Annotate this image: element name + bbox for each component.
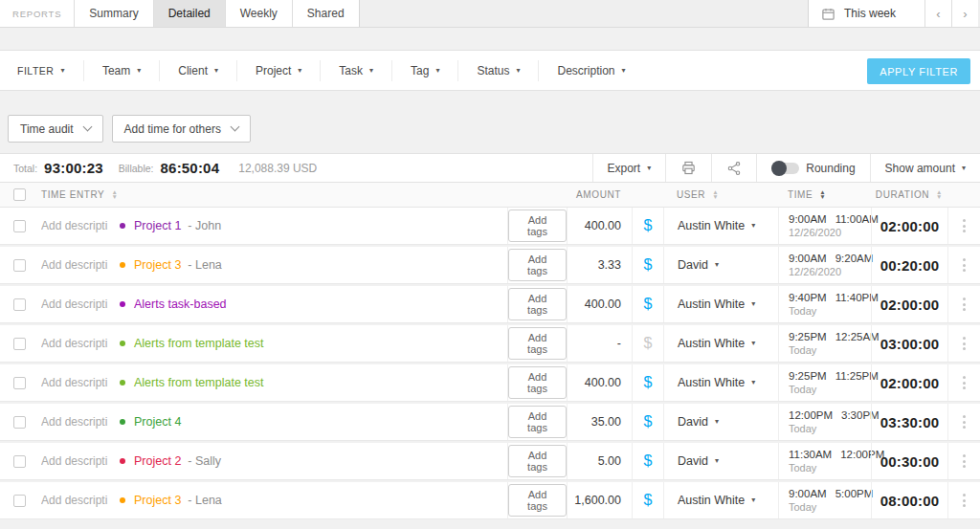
add-description-field[interactable]: Add descripti... — [41, 454, 108, 468]
filter-description[interactable]: Description ▾ — [538, 60, 643, 81]
tab-weekly[interactable]: Weekly — [226, 0, 293, 27]
tab-detailed[interactable]: Detailed — [154, 0, 226, 27]
project-cell[interactable]: Project 3 - Lena — [120, 494, 222, 507]
user-select[interactable]: Austin White ▾ — [678, 494, 755, 507]
print-button[interactable] — [665, 154, 711, 182]
time-cell[interactable]: 9:00AM 5:00PM Today — [789, 488, 873, 513]
project-cell[interactable]: Project 4 — [120, 415, 188, 429]
user-select[interactable]: David ▾ — [678, 258, 719, 272]
time-cell[interactable]: 9:25PM 12:25AM Today — [789, 331, 880, 356]
add-tags-button[interactable]: Add tags — [508, 327, 567, 360]
add-tags-button[interactable]: Add tags — [508, 406, 567, 438]
next-week-button[interactable]: › — [951, 0, 978, 27]
add-description-field[interactable]: Add descripti... — [41, 415, 108, 429]
row-checkbox[interactable] — [13, 455, 26, 468]
filter-team[interactable]: Team ▾ — [83, 60, 159, 81]
billability-dollar-icon[interactable]: $ — [644, 217, 653, 234]
project-cell[interactable]: Alerts from template test — [120, 337, 270, 350]
apply-filter-button[interactable]: APPLY FILTER — [867, 58, 970, 84]
select-all-checkbox[interactable] — [13, 188, 26, 201]
time-cell[interactable]: 9:00AM 11:00AM 12/26/2020 — [789, 213, 879, 238]
time-cell[interactable]: 9:25PM 11:25PM Today — [789, 370, 879, 395]
row-checkbox[interactable] — [13, 495, 26, 507]
billability-dollar-icon[interactable]: $ — [644, 335, 653, 352]
add-description-field[interactable]: Add descripti... — [41, 337, 108, 350]
tab-summary[interactable]: Summary — [75, 0, 153, 27]
chevron-left-icon: ‹ — [936, 7, 940, 21]
filter-tag[interactable]: Tag ▾ — [391, 60, 457, 81]
add-description-field[interactable]: Add descripti... — [41, 376, 108, 389]
project-cell[interactable]: Alerts task-based — [120, 298, 234, 311]
user-select[interactable]: Austin White ▾ — [678, 298, 755, 311]
filter-status-label: Status — [477, 64, 509, 77]
billability-dollar-icon[interactable]: $ — [644, 413, 653, 430]
add-description-field[interactable]: Add descripti... — [41, 219, 108, 232]
filter-task[interactable]: Task ▾ — [320, 60, 391, 81]
add-description-field[interactable]: Add descripti... — [41, 298, 108, 311]
col-time-entry[interactable]: TIME ENTRY — [41, 189, 104, 200]
export-dropdown[interactable]: Export ▾ — [592, 154, 666, 182]
user-select[interactable]: Austin White ▾ — [678, 219, 755, 232]
user-select[interactable]: David ▾ — [678, 454, 719, 468]
prev-week-button[interactable]: ‹ — [924, 0, 951, 27]
add-tags-button[interactable]: Add tags — [508, 209, 567, 242]
row-menu-icon[interactable] — [963, 454, 966, 468]
row-menu-icon[interactable] — [963, 298, 966, 311]
row-menu-icon[interactable] — [963, 258, 966, 272]
col-time[interactable]: TIME — [788, 189, 813, 200]
row-checkbox[interactable] — [13, 416, 26, 429]
row-menu-icon[interactable] — [963, 494, 966, 507]
show-amount-dropdown[interactable]: Show amount ▾ — [870, 154, 980, 182]
add-description-field[interactable]: Add descripti... — [41, 258, 108, 272]
billability-dollar-icon[interactable]: $ — [644, 374, 653, 391]
row-checkbox[interactable] — [13, 377, 26, 389]
billability-dollar-icon[interactable]: $ — [644, 256, 653, 274]
user-select[interactable]: Austin White ▾ — [678, 376, 755, 389]
rounding-toggle[interactable] — [771, 163, 799, 174]
add-tags-button[interactable]: Add tags — [508, 484, 567, 517]
add-time-for-others-dropdown[interactable]: Add time for others — [112, 115, 251, 143]
user-select[interactable]: David ▾ — [678, 415, 719, 429]
col-duration[interactable]: DURATION — [876, 189, 929, 200]
date-range-button[interactable]: This week — [809, 0, 924, 27]
add-tags-button[interactable]: Add tags — [508, 445, 567, 477]
row-checkbox[interactable] — [13, 259, 26, 272]
row-menu-icon[interactable] — [963, 376, 966, 389]
sort-icon[interactable]: ▲▼ — [712, 190, 719, 199]
caret-down-icon: ▾ — [751, 222, 755, 230]
row-menu-icon[interactable] — [963, 337, 966, 350]
sort-icon-active[interactable]: ▲▼ — [819, 190, 826, 199]
start-time: 9:25PM — [789, 370, 827, 382]
project-cell[interactable]: Project 2 - Sally — [120, 454, 221, 468]
row-checkbox[interactable] — [13, 338, 26, 350]
add-description-field[interactable]: Add descripti... — [41, 494, 108, 507]
row-menu-icon[interactable] — [963, 415, 966, 429]
user-select[interactable]: Austin White ▾ — [678, 337, 755, 350]
tab-shared[interactable]: Shared — [293, 0, 359, 27]
time-audit-dropdown[interactable]: Time audit — [8, 115, 103, 143]
row-checkbox[interactable] — [13, 220, 26, 232]
filter-menu[interactable]: FILTER ▾ — [15, 60, 83, 81]
billability-dollar-icon[interactable]: $ — [644, 492, 653, 509]
project-cell[interactable]: Alerts from template test — [120, 376, 270, 389]
col-amount[interactable]: AMOUNT — [576, 189, 621, 200]
project-cell[interactable]: Project 3 - Lena — [120, 258, 222, 272]
filter-status[interactable]: Status ▾ — [457, 60, 538, 81]
billability-dollar-icon[interactable]: $ — [644, 452, 653, 470]
time-cell[interactable]: 9:00AM 9:20AM 12/26/2020 — [789, 253, 873, 277]
filter-client[interactable]: Client ▾ — [159, 60, 236, 81]
add-tags-button[interactable]: Add tags — [508, 249, 567, 281]
share-button[interactable] — [711, 154, 756, 182]
add-tags-button[interactable]: Add tags — [508, 288, 567, 320]
col-user[interactable]: USER — [677, 189, 705, 200]
add-tags-button[interactable]: Add tags — [508, 366, 567, 399]
row-checkbox[interactable] — [13, 298, 26, 311]
sort-icon[interactable]: ▲▼ — [936, 190, 943, 199]
time-cell[interactable]: 9:40PM 11:40PM Today — [789, 292, 879, 317]
sort-icon[interactable]: ▲▼ — [111, 190, 118, 199]
filter-project[interactable]: Project ▾ — [236, 60, 320, 81]
project-cell[interactable]: Project 1 - John — [120, 219, 221, 232]
time-cell[interactable]: 12:00PM 3:30PM Today — [789, 409, 880, 434]
billability-dollar-icon[interactable]: $ — [644, 296, 653, 313]
row-menu-icon[interactable] — [963, 219, 966, 232]
